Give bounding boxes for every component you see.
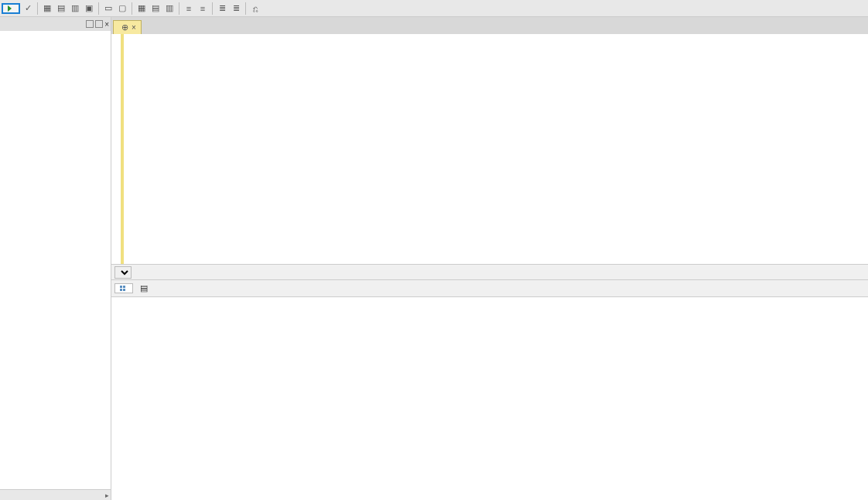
results-tab-strip: ▤ xyxy=(111,280,868,297)
toolbar-icon[interactable]: ▤ xyxy=(55,2,67,15)
debug-icon[interactable]: ✓ xyxy=(22,2,34,15)
pin-icon[interactable] xyxy=(86,20,94,28)
toolbar-icon[interactable]: ▥ xyxy=(163,2,176,15)
tab-messages[interactable]: ▤ xyxy=(135,281,155,296)
execute-button[interactable] xyxy=(2,3,20,14)
outdent-icon[interactable]: ≡ xyxy=(196,2,209,15)
zoom-select[interactable] xyxy=(114,266,132,279)
play-icon xyxy=(8,5,12,12)
dropdown-icon[interactable] xyxy=(95,20,103,28)
close-icon[interactable]: × xyxy=(132,23,136,32)
messages-icon: ▤ xyxy=(140,283,148,293)
toolbar-icon[interactable]: ⎌ xyxy=(249,2,261,15)
comment-icon[interactable]: ≣ xyxy=(216,2,228,15)
pin-icon[interactable]: ⊕ xyxy=(121,22,128,33)
panel-header: × xyxy=(0,17,111,31)
toolbar-icon[interactable]: ▦ xyxy=(135,2,148,15)
indent-icon[interactable]: ≡ xyxy=(183,2,195,15)
results-grid-wrap[interactable] xyxy=(111,297,868,500)
toolbar-icon[interactable]: ▢ xyxy=(116,2,128,15)
document-tab-active[interactable]: ⊕ × xyxy=(113,20,142,34)
object-tree[interactable] xyxy=(0,31,111,34)
zoom-bar xyxy=(111,265,868,280)
tab-results[interactable] xyxy=(114,283,133,293)
toolbar-icon[interactable]: ▤ xyxy=(149,2,162,15)
sql-editor[interactable] xyxy=(111,34,868,265)
toolbar-icon[interactable]: ▦ xyxy=(41,2,53,15)
object-explorer-panel: × ▸ xyxy=(0,17,111,500)
grid-icon xyxy=(120,286,125,291)
toolbar-icon[interactable]: ▭ xyxy=(102,2,114,15)
close-icon[interactable]: × xyxy=(104,20,109,29)
uncomment-icon[interactable]: ≣ xyxy=(230,2,242,15)
document-tab-strip: ⊕ × xyxy=(111,17,868,34)
toolbar-icon[interactable]: ▣ xyxy=(83,2,95,15)
horizontal-scrollbar[interactable]: ▸ xyxy=(0,489,111,500)
toolbar-icon[interactable]: ▥ xyxy=(69,2,81,15)
toolbar: ✓ ▦ ▤ ▥ ▣ ▭ ▢ ▦ ▤ ▥ ≡ ≡ ≣ ≣ ⎌ xyxy=(0,0,868,17)
